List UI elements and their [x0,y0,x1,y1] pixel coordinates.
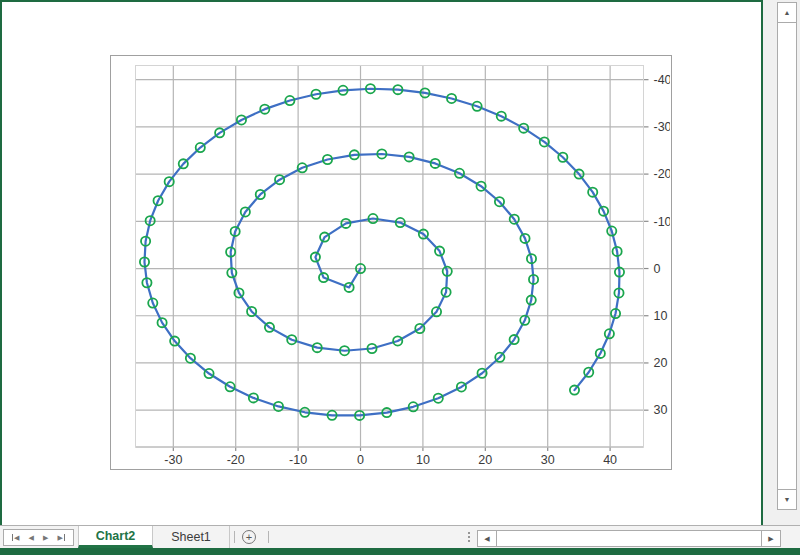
svg-text:-30: -30 [654,120,671,134]
vertical-scrollbar[interactable]: ▲ ▼ [777,2,797,510]
scroll-right-button[interactable]: ▶ [761,531,780,546]
left-arrow-icon: ◀ [484,535,489,543]
sheet-tab-bar: ◀ ◀ ▶ ▶ Chart2 Sheet1 + ◀ ▶ [0,525,800,548]
scroll-up-button[interactable]: ▲ [778,3,796,23]
down-arrow-icon: ▼ [784,496,791,503]
add-sheet-button[interactable]: + [242,530,256,544]
svg-text:10: 10 [654,309,668,323]
svg-text:10: 10 [416,453,430,467]
svg-text:20: 20 [478,453,492,467]
chart-area[interactable]: -30-20-10010203040-40-30-20-100102030 [110,55,672,470]
tab-sheet1[interactable]: Sheet1 [153,526,230,548]
previous-sheet-button[interactable]: ◀ [29,534,34,541]
gridlines [136,66,644,448]
up-arrow-icon: ▲ [784,9,791,16]
axes [136,80,649,451]
svg-text:0: 0 [357,453,364,467]
tab-separator [268,531,269,543]
svg-text:-10: -10 [654,215,671,229]
svg-text:30: 30 [654,403,668,417]
svg-text:20: 20 [654,356,668,370]
tab-separator [234,531,235,543]
sheet-navigation: ◀ ◀ ▶ ▶ [3,529,74,546]
svg-text:-40: -40 [654,73,671,87]
svg-text:40: 40 [603,453,617,467]
svg-text:-10: -10 [289,453,307,467]
next-sheet-icon: ▶ [43,534,48,541]
scroll-left-button[interactable]: ◀ [478,531,497,546]
horizontal-scrollbar[interactable]: ◀ ▶ [477,530,781,547]
tab-chart2-label: Chart2 [96,529,136,543]
first-sheet-button[interactable]: ◀ [12,534,20,541]
right-arrow-icon: ▶ [768,535,773,543]
svg-text:30: 30 [541,453,555,467]
scroll-down-button[interactable]: ▼ [778,489,796,509]
svg-text:-20: -20 [654,167,671,181]
last-sheet-button[interactable]: ▶ [58,534,66,541]
tab-chart2[interactable]: Chart2 [78,526,153,548]
svg-text:-20: -20 [227,453,245,467]
spiral-series-markers[interactable] [140,84,624,420]
horizontal-scroll-thumb[interactable] [497,531,761,546]
tab-sheet1-label: Sheet1 [171,530,211,544]
first-sheet-icon: ◀ [14,534,19,541]
vertical-scroll-thumb[interactable] [778,23,796,489]
status-bar [0,548,800,555]
svg-text:-30: -30 [164,453,182,467]
last-sheet-icon: ▶ [58,534,63,541]
window-border-left [0,0,2,555]
previous-sheet-icon: ◀ [29,534,34,541]
next-sheet-button[interactable]: ▶ [43,534,48,541]
window-border-top [0,0,800,2]
tab-scroll-splitter[interactable] [467,532,470,542]
plus-icon: + [246,532,252,543]
plot-area-border [136,66,644,448]
excel-window: -30-20-10010203040-40-30-20-100102030 ▲ … [0,0,800,555]
spiral-chart: -30-20-10010203040-40-30-20-100102030 [111,56,670,468]
svg-text:0: 0 [654,262,661,276]
